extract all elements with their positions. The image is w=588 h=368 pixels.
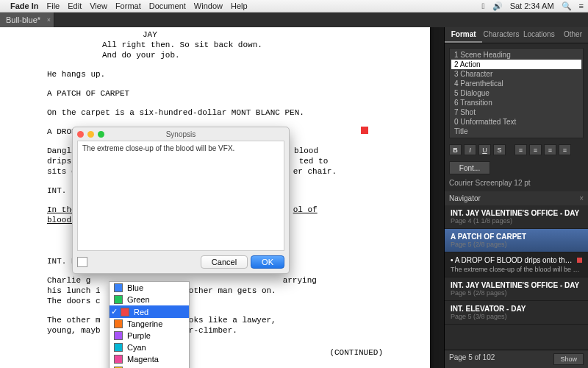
action-fragment: ol of [293,205,318,214]
menu-file[interactable]: File [47,1,60,10]
navigator-item[interactable]: INT. ELEVATOR - DAY Page 5 (3/8 pages) [445,301,588,325]
underline-button[interactable]: U [478,144,491,155]
tab-locations[interactable]: Locations [520,27,558,43]
action-fragment: young, mayb [47,326,101,335]
show-button[interactable]: Show [553,353,584,365]
menu-help[interactable]: Help [231,1,248,10]
zoom-window-icon[interactable] [98,131,104,138]
document-tab-label: Bull-blue* [6,15,40,24]
action-fragment: The doors c [47,296,383,306]
align-right-button[interactable]: ≡ [544,144,556,155]
document-tab-bar: Bull-blue* × [0,13,588,27]
clock[interactable]: Sat 2:34 AM [510,1,554,10]
dialogue-line: All right then. So sit back down. [102,40,308,50]
tab-characters[interactable]: Characters [482,27,520,43]
editor-area: JAY All right then. So sit back down. An… [0,27,444,368]
align-center-button[interactable]: ≡ [529,144,542,155]
action-fragment: The other m [47,316,101,325]
wifi-icon[interactable]: 􀙇 [482,1,485,10]
style-shot[interactable]: 7 Shot [451,107,581,117]
style-action[interactable]: 2 Action [451,60,581,69]
navigator-list: INT. JAY VALENTINE'S OFFICE - DAY Page 4… [445,205,588,350]
color-option-cyan[interactable]: Cyan [110,342,189,353]
action-fragment: Charlie g [47,276,90,285]
color-option-red[interactable]: ✓Red [110,305,189,318]
style-scene-heading[interactable]: 1 Scene Heading [451,50,581,60]
font-button[interactable]: Font... [449,161,490,174]
app-name[interactable]: Fade In [10,1,39,10]
menu-document[interactable]: Document [149,1,186,10]
note-marker-icon[interactable] [361,127,368,134]
color-option-blue[interactable]: Blue [110,282,189,294]
action-fragment: blood [294,146,318,155]
audio-icon[interactable]: 🔊 [492,1,503,11]
style-dialogue[interactable]: 5 Dialogue [451,88,581,98]
align-left-button[interactable]: ≡ [514,144,527,155]
font-info-label: Courier Screenplay 12 pt [449,179,584,187]
menu-view[interactable]: View [90,1,107,10]
document-tab[interactable]: Bull-blue* × [0,13,54,27]
style-character[interactable]: 3 Character [451,69,581,79]
bold-button[interactable]: B [449,144,462,155]
close-window-icon[interactable] [77,131,84,138]
navigator-item[interactable]: INT. JAY VALENTINE'S OFFICE - DAY Page 4… [445,205,588,229]
navigator-item[interactable]: A PATCH OF CARPET Page 5 (2/8 pages) [445,229,588,252]
style-parenthetical[interactable]: 4 Parenthetical [451,79,581,88]
close-navigator-icon[interactable]: × [579,194,584,202]
ok-button[interactable]: OK [251,255,284,269]
action-fragment: ted to [299,157,329,166]
tab-format[interactable]: Format [445,27,482,43]
style-unformatted[interactable]: 0 Unformatted Text [451,117,581,127]
color-option-tangerine[interactable]: Tangerine [110,318,189,330]
action-fragment: his lunch i [47,286,101,295]
action-line: On the carpet is a six-hundred-dollar MO… [47,107,383,118]
note-dot-icon [577,258,582,263]
menu-extras-icon[interactable]: ≡ [579,1,584,10]
element-style-list: 1 Scene Heading 2 Action 3 Character 4 P… [449,48,584,138]
strike-button[interactable]: S [493,144,506,155]
color-option-magenta[interactable]: Magenta [110,353,189,365]
dialog-title: Synopsis [166,130,196,138]
action-line: A PATCH OF CARPET [47,88,383,99]
page-counter: Page 5 of 102 [449,353,495,365]
inspector-column: Format Characters Locations Other 1 Scen… [444,27,588,368]
tab-other[interactable]: Other [558,27,588,43]
inspector-tabs: Format Characters Locations Other [445,27,588,43]
menu-format[interactable]: Format [115,1,141,10]
character-name: JAY [143,29,383,40]
navigator-title: Navigator [449,194,481,202]
color-swatch-button[interactable] [77,257,87,267]
color-option-purple[interactable]: Purple [110,330,189,342]
minimize-window-icon[interactable] [87,131,94,138]
color-option-yellow[interactable]: Yellow [110,365,189,368]
action-line: He hangs up. [47,69,383,79]
dialog-titlebar[interactable]: Synopsis [73,127,289,141]
style-transition[interactable]: 6 Transition [451,98,581,107]
close-tab-icon[interactable]: × [47,16,51,24]
color-picker-menu: Blue Green ✓Red Tangerine Purple Cyan Ma… [109,281,190,368]
cancel-button[interactable]: Cancel [201,255,248,269]
spotlight-icon[interactable]: 🔍 [562,1,572,11]
dialogue-line: And do your job. [102,50,308,60]
align-justify-button[interactable]: ≡ [559,144,571,155]
style-title[interactable]: Title [451,127,581,136]
synopsis-dialog: Synopsis The extreme close-up of the blo… [72,127,290,274]
continued-marker: (CONTINUED) [47,347,383,358]
navigator-item[interactable]: INT. JAY VALENTINE'S OFFICE - DAY Page 5… [445,277,588,301]
menu-edit[interactable]: Edit [68,1,82,10]
action-fragment: arrying [283,276,317,285]
navigator-item[interactable]: • A DROP OF BLOOD drips onto the Mont...… [445,252,588,277]
action-fragment: er chair. [293,167,337,176]
italic-button[interactable]: I [464,144,476,155]
menu-window[interactable]: Window [194,1,223,10]
menubar: Fade In File Edit View Format Document W… [0,0,588,13]
synopsis-text-input[interactable]: The extreme close-up of the blood will b… [77,141,284,251]
color-option-green[interactable]: Green [110,294,189,305]
